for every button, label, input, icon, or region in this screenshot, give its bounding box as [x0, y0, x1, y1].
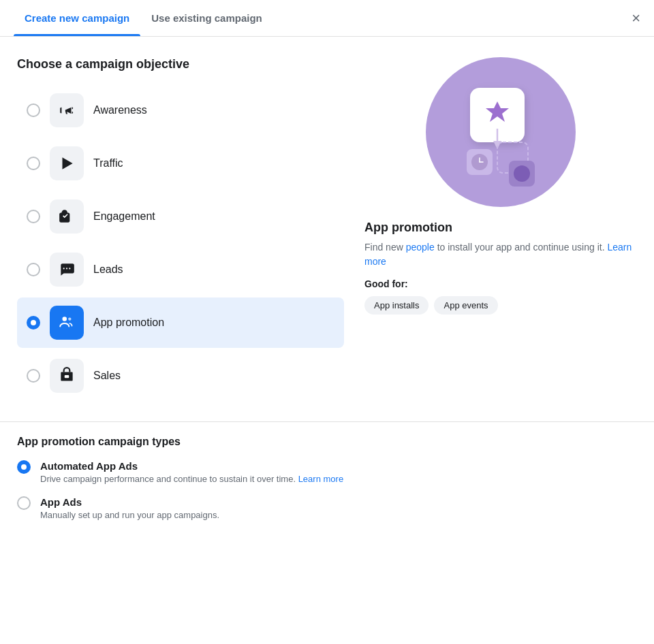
app-ads-desc: Manually set up and run your app campaig… [40, 510, 219, 520]
svg-point-1 [63, 268, 65, 269]
illustration-circle [426, 57, 576, 207]
svg-point-5 [68, 317, 71, 320]
objective-item-traffic[interactable]: Traffic [17, 138, 344, 189]
svg-point-3 [69, 268, 70, 269]
engagement-label: Engagement [93, 210, 155, 223]
awareness-label: Awareness [93, 104, 147, 116]
leads-label: Leads [93, 263, 123, 276]
objective-item-app-promotion[interactable]: App promotion [17, 297, 344, 348]
objective-item-awareness[interactable]: Awareness [17, 85, 344, 135]
promotion-panel-title: App promotion [364, 221, 637, 235]
badge-app-installs: App installs [364, 296, 429, 315]
traffic-icon-wrap [50, 146, 84, 180]
engagement-icon-wrap [50, 199, 84, 234]
radio-traffic[interactable] [27, 157, 40, 170]
radio-sales[interactable] [27, 369, 40, 383]
radio-awareness[interactable] [27, 103, 40, 117]
automated-learn-more[interactable]: Learn more [298, 474, 343, 484]
campaign-type-app-ads[interactable]: App Ads Manually set up and run your app… [17, 496, 637, 520]
sales-icon [58, 367, 76, 385]
radio-engagement[interactable] [27, 210, 40, 223]
svg-point-4 [63, 317, 67, 321]
radio-app-promotion[interactable] [27, 316, 40, 329]
automated-desc: Drive campaign performance and continue … [40, 474, 343, 484]
modal: Create new campaign Use existing campaig… [0, 0, 654, 644]
badge-app-events: App events [434, 296, 497, 315]
right-panel: App promotion Find new people to install… [364, 57, 637, 401]
radio-app-ads[interactable] [17, 496, 31, 510]
campaign-types-title: App promotion campaign types [17, 436, 637, 448]
app-ads-name: App Ads [40, 496, 219, 508]
tab-use-existing[interactable]: Use existing campaign [140, 0, 273, 36]
app-promotion-icon [58, 314, 76, 332]
good-for-label: Good for: [364, 278, 637, 289]
app-ads-text: App Ads Manually set up and run your app… [40, 496, 219, 520]
promotion-panel-desc: Find new people to install your app and … [364, 240, 637, 269]
svg-point-18 [514, 165, 530, 182]
objective-item-leads[interactable]: Leads [17, 244, 344, 295]
left-panel: Choose a campaign objective Awareness [17, 57, 344, 401]
app-promotion-illustration [433, 64, 569, 200]
objective-item-engagement[interactable]: Engagement [17, 191, 344, 242]
main-content: Choose a campaign objective Awareness [0, 37, 654, 415]
leads-icon [58, 261, 76, 278]
radio-leads[interactable] [27, 263, 40, 276]
tab-create-new[interactable]: Create new campaign [14, 0, 140, 36]
objective-list: Awareness Traffic [17, 85, 344, 401]
tab-header: Create new campaign Use existing campaig… [0, 0, 654, 37]
close-button[interactable]: × [632, 11, 640, 26]
svg-rect-7 [65, 375, 69, 378]
traffic-icon [58, 155, 76, 172]
app-promotion-icon-wrap [50, 306, 84, 340]
sales-icon-wrap [50, 359, 84, 393]
campaign-type-automated[interactable]: Automated App Ads Drive campaign perform… [17, 460, 637, 484]
app-promotion-label: App promotion [93, 317, 164, 329]
leads-icon-wrap [50, 253, 84, 287]
traffic-label: Traffic [93, 157, 123, 170]
campaign-types-section: App promotion campaign types Automated A… [0, 421, 654, 553]
people-link[interactable]: people [406, 242, 435, 253]
svg-marker-0 [63, 157, 73, 169]
objective-item-sales[interactable]: Sales [17, 351, 344, 401]
engagement-icon [58, 208, 76, 225]
badge-list: App installs App events [364, 296, 637, 315]
awareness-icon [58, 101, 76, 119]
svg-point-2 [66, 268, 67, 269]
automated-text: Automated App Ads Drive campaign perform… [40, 460, 343, 484]
radio-automated[interactable] [17, 460, 31, 474]
awareness-icon-wrap [50, 93, 84, 127]
automated-name: Automated App Ads [40, 460, 343, 472]
section-heading: Choose a campaign objective [17, 57, 344, 71]
sales-label: Sales [93, 370, 121, 382]
